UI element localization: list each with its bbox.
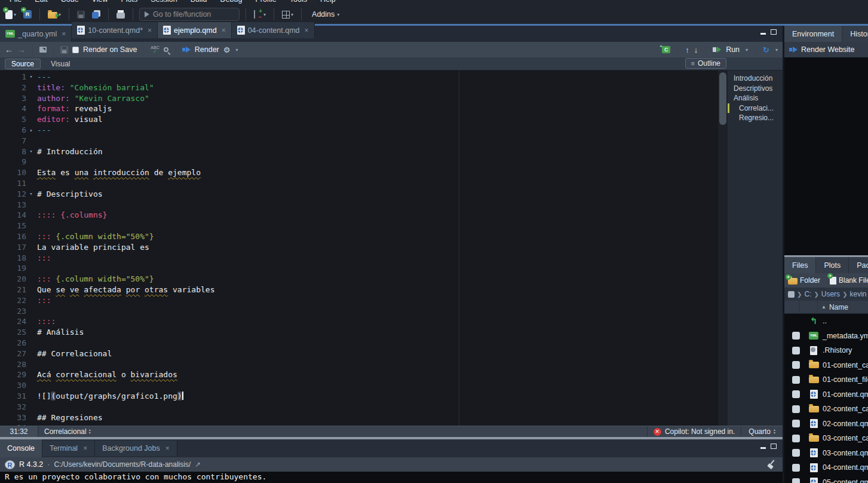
menu-session[interactable]: Session	[151, 0, 177, 4]
save-icon[interactable]	[60, 46, 68, 54]
new-folder-button[interactable]: Folder	[788, 276, 820, 285]
editor-tab-04-contentqmd[interactable]: 04-content.qmd×	[232, 22, 315, 38]
file-checkbox[interactable]	[792, 405, 800, 413]
close-icon[interactable]: ×	[148, 26, 152, 35]
file-name[interactable]: 05-content.qmd	[823, 478, 868, 483]
menu-build[interactable]: Build	[191, 0, 207, 4]
file-row[interactable]: 03-content.qmd	[784, 446, 868, 461]
code-line[interactable]: 32	[0, 402, 718, 412]
code-line[interactable]: 26	[0, 338, 718, 349]
file-name[interactable]: 01-content.qmd	[823, 390, 868, 399]
code-line[interactable]: 30	[0, 380, 718, 391]
back-button[interactable]: ←	[5, 45, 13, 54]
panes-layout-button[interactable]: ▾	[280, 10, 295, 20]
file-name[interactable]: 01-content_cache	[823, 361, 868, 369]
file-row[interactable]: 03-content_cache	[784, 431, 868, 446]
file-checkbox[interactable]	[792, 420, 800, 427]
code-line[interactable]: 5editor: visual	[0, 114, 718, 125]
tab-visual[interactable]: Visual	[44, 59, 76, 69]
new-file-button[interactable]: ▾	[4, 9, 18, 20]
code-area[interactable]: 1▾---2title: "Cohesión barrial"3author: …	[0, 71, 718, 426]
code-line[interactable]: 20::: {.column width="50%"}	[0, 274, 718, 285]
code-line[interactable]: 22:::	[0, 295, 718, 306]
language-mode-selector[interactable]: Quarto ▴▾	[741, 426, 783, 437]
close-icon[interactable]: ×	[83, 444, 87, 453]
file-row[interactable]: 01-content_cache	[784, 358, 868, 373]
editor-tab-ejemploqmd[interactable]: ejemplo.qmd×	[158, 22, 232, 38]
copilot-status[interactable]: ✕ Copilot: Not signed in.	[647, 426, 741, 437]
menu-code[interactable]: Code	[61, 0, 79, 4]
outline-item-Introduccin[interactable]: Introducción	[728, 74, 783, 84]
close-icon[interactable]: ×	[62, 30, 66, 38]
fold-icon[interactable]: ▾	[26, 189, 36, 200]
code-line[interactable]: 9	[0, 157, 718, 167]
code-line[interactable]: 19	[0, 263, 718, 274]
print-button[interactable]	[115, 9, 127, 20]
file-checkbox[interactable]	[792, 478, 800, 483]
menu-edit[interactable]: Edit	[35, 0, 48, 4]
code-line[interactable]: 6▴---	[0, 125, 718, 136]
tab-packages[interactable]: Packages	[849, 257, 868, 273]
file-row[interactable]: ↰..	[784, 314, 868, 329]
code-line[interactable]: 27## Correlacional	[0, 349, 718, 359]
code-line[interactable]: 24::::	[0, 316, 718, 327]
fold-icon[interactable]: ▾	[26, 72, 36, 82]
file-name[interactable]: 03-content_cache	[823, 434, 868, 442]
menu-view[interactable]: View	[92, 0, 108, 4]
editor-scrollbar-thumb[interactable]	[719, 72, 726, 125]
code-line[interactable]: 17La variable principal es	[0, 242, 718, 253]
file-checkbox[interactable]	[792, 376, 800, 384]
menu-plots[interactable]: Plots	[121, 0, 137, 4]
drive-icon[interactable]	[788, 291, 795, 298]
tab-environment[interactable]: Environment	[784, 26, 842, 42]
open-file-button[interactable]: ▾	[46, 9, 63, 20]
console-output[interactable]: R es un proyecto colaborativo con muchos…	[0, 472, 783, 483]
console-tab-terminal[interactable]: Terminal×	[42, 441, 95, 456]
addins-button[interactable]: Addins▾	[308, 9, 341, 20]
code-line[interactable]: 12▾# Descriptivos	[0, 189, 718, 200]
code-line[interactable]: 15	[0, 221, 718, 231]
file-row[interactable]: .Rhistory	[784, 343, 868, 358]
code-line[interactable]: 11	[0, 178, 718, 189]
editor-scrollbar[interactable]	[718, 71, 728, 426]
code-line[interactable]: 23	[0, 306, 718, 317]
file-checkbox[interactable]	[792, 332, 800, 340]
rerun-icon[interactable]: ↻	[763, 45, 769, 54]
render-button[interactable]: Render	[195, 45, 219, 54]
insert-chunk-icon[interactable]: C	[662, 46, 670, 53]
file-row[interactable]: 02-content_cache	[784, 402, 868, 417]
open-directory-icon[interactable]: ↗	[195, 460, 201, 469]
menu-tools[interactable]: Tools	[290, 0, 307, 4]
tab-source[interactable]: Source	[5, 59, 41, 69]
code-line[interactable]: 21Que se ve afectada por otras variables	[0, 285, 718, 295]
minimize-pane-icon[interactable]	[760, 33, 766, 35]
file-checkbox[interactable]	[792, 390, 800, 398]
menu-help[interactable]: Help	[320, 0, 336, 4]
editor-tab-_quartoyml[interactable]: YML_quarto.yml×	[0, 26, 72, 42]
run-button[interactable]: Run	[726, 45, 740, 54]
run-next-icon[interactable]: ↓	[694, 45, 698, 54]
editor-tab-10-contentqmd[interactable]: 10-content.qmd*×	[72, 22, 158, 38]
console-tab-background-jobs[interactable]: Background Jobs×	[95, 441, 177, 456]
code-line[interactable]: 29Acá correlacional o bivariados	[0, 369, 718, 380]
outline-toggle-button[interactable]: ≡ Outline	[685, 58, 726, 69]
code-line[interactable]: 28	[0, 359, 718, 370]
outline-item-Regresio[interactable]: Regresio...	[728, 113, 783, 123]
code-line[interactable]: 8▾# Introducción	[0, 146, 718, 157]
new-blank-file-button[interactable]: Blank File	[830, 276, 868, 285]
code-line[interactable]: 34	[0, 423, 718, 426]
clear-console-icon[interactable]	[767, 460, 775, 468]
code-line[interactable]: 2title: "Cohesión barrial"	[0, 82, 718, 93]
forward-button[interactable]: →	[17, 45, 26, 54]
code-editor[interactable]: 1▾---2title: "Cohesión barrial"3author: …	[0, 71, 783, 426]
popout-icon[interactable]	[39, 47, 47, 53]
outline-item-Correlaci[interactable]: Correlaci...	[728, 103, 783, 114]
tab-history[interactable]: History	[842, 26, 868, 42]
file-checkbox[interactable]	[792, 464, 800, 472]
code-line[interactable]: 25# Análisis	[0, 327, 718, 338]
code-line[interactable]: 16::: {.column width="50%"}	[0, 231, 718, 242]
code-line[interactable]: 31![](output/graphs/grafico1.png)	[0, 391, 718, 402]
save-button[interactable]	[75, 10, 87, 20]
outline-item-Descriptivos[interactable]: Descriptivos	[728, 84, 783, 94]
run-previous-icon[interactable]: ↑	[685, 45, 689, 54]
